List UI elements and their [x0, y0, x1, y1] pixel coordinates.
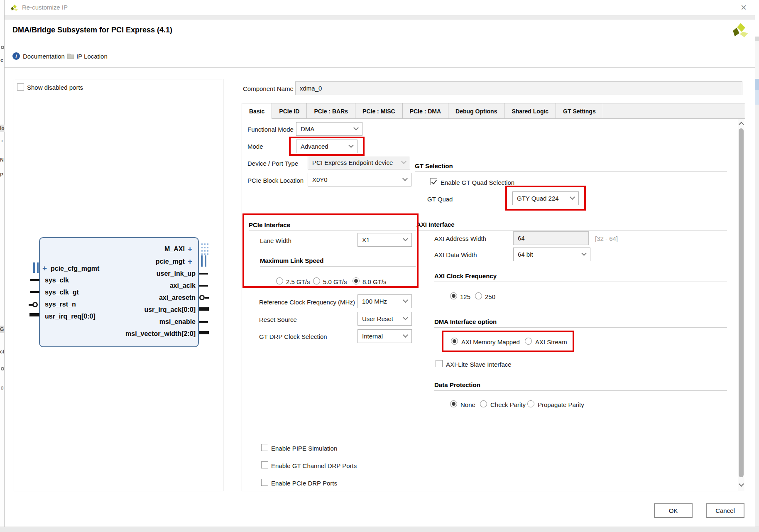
edge-fragment: c: [0, 57, 3, 63]
component-name-input[interactable]: xdma_0: [295, 81, 742, 95]
mode-label: Mode: [247, 143, 263, 150]
gt-drp-clock-dropdown[interactable]: Internal: [357, 329, 412, 343]
wire-pin-icon[interactable]: [30, 279, 39, 281]
tab-pcie-id[interactable]: PCIe ID: [272, 103, 307, 119]
wire-pin-icon[interactable]: [199, 273, 208, 275]
port-msi_vector_width[interactable]: msi_vector_width[2:0]: [125, 329, 196, 338]
active-low-pin-icon[interactable]: [199, 295, 205, 300]
gt-selection-heading: GT Selection: [415, 162, 453, 169]
configuration-panel: Basic PCIe ID PCIe : BARs PCIe : MISC PC…: [242, 103, 745, 491]
wire-pin-icon[interactable]: [199, 285, 208, 287]
close-icon[interactable]: ×: [741, 2, 747, 13]
interface-pin-icon[interactable]: [201, 255, 206, 267]
port-pcie_mgt[interactable]: pcie_mgt+: [156, 257, 192, 266]
ref-clock-label: Reference Clock Frequency (MHz): [259, 299, 355, 306]
port-usr_irq_req[interactable]: usr_irq_req[0:0]: [45, 312, 95, 321]
tab-pcie-dma[interactable]: PCIe : DMA: [403, 103, 448, 119]
axi-interface-heading: AXI Interface: [416, 221, 455, 228]
speed-5.0-label: 5.0 GT/s: [323, 278, 347, 286]
bus-pin-icon[interactable]: [29, 313, 39, 316]
clock-250-radio[interactable]: [475, 292, 482, 299]
cancel-button[interactable]: Cancel: [706, 503, 744, 518]
protection-none-radio[interactable]: [450, 400, 457, 407]
mode-dropdown[interactable]: Advanced: [296, 140, 357, 153]
enable-pipe-simulation-checkbox[interactable]: [261, 444, 268, 451]
speed-5.0-radio[interactable]: [313, 277, 320, 284]
chevron-down-icon: [401, 159, 406, 164]
reset-source-dropdown[interactable]: User Reset: [357, 312, 412, 326]
port-sys_clk[interactable]: sys_clk: [45, 276, 69, 285]
lane-width-dropdown[interactable]: X1: [357, 233, 412, 247]
background-right-strip: [755, 0, 759, 532]
lane-width-label: Lane Width: [260, 237, 291, 245]
functional-mode-dropdown[interactable]: DMA: [296, 122, 362, 136]
scrollbar-thumb[interactable]: [739, 128, 744, 477]
block-design-panel: Show disabled ports + pcie_cfg_mgmt sys_…: [14, 79, 223, 491]
check-parity-label: Check Parity: [490, 401, 526, 409]
ref-clock-dropdown[interactable]: 100 MHz: [357, 294, 412, 308]
page-title: DMA/Bridge Subsystem for PCI Express (4.…: [12, 26, 172, 34]
tab-debug-options[interactable]: Debug Options: [448, 103, 504, 119]
pcie-block-location-dropdown[interactable]: X0Y0: [308, 173, 411, 186]
gt-quad-dropdown[interactable]: GTY Quad 224: [512, 191, 579, 205]
enable-gt-quad-checkbox[interactable]: [430, 178, 437, 185]
tab-pcie-misc[interactable]: PCIe : MISC: [355, 103, 403, 119]
propagate-parity-radio[interactable]: [527, 400, 534, 407]
check-parity-radio[interactable]: [480, 400, 487, 407]
port-sys_clk_gt[interactable]: sys_clk_gt: [45, 288, 79, 297]
axi-lite-slave-label: AXI-Lite Slave Interface: [446, 361, 512, 368]
vertical-scrollbar[interactable]: [738, 119, 745, 491]
show-disabled-ports-checkbox[interactable]: [17, 83, 24, 91]
axi-data-width-dropdown[interactable]: 64 bit: [513, 248, 590, 261]
component-name-value: xdma_0: [300, 85, 322, 92]
axi-memory-mapped-radio[interactable]: [451, 338, 458, 345]
tab-shared-logic[interactable]: Shared Logic: [504, 103, 556, 119]
info-icon: i: [12, 52, 20, 60]
port-user_lnk_up[interactable]: user_lnk_up: [157, 269, 196, 278]
speed-8.0-label: 8.0 GT/s: [362, 278, 387, 286]
bus-pin-icon[interactable]: [199, 307, 209, 311]
tab-basic[interactable]: Basic: [242, 103, 272, 119]
axi-address-range-hint: [32 - 64]: [595, 235, 618, 243]
port-pcie_cfg_mgmt[interactable]: + pcie_cfg_mgmt: [42, 264, 99, 273]
section-rule: [434, 327, 727, 328]
tab-pcie-bars[interactable]: PCIe : BARs: [307, 103, 355, 119]
bus-pin-icon[interactable]: [199, 331, 209, 334]
expand-plus-icon[interactable]: +: [188, 245, 192, 254]
speed-2.5-radio[interactable]: [276, 277, 283, 284]
dialog-titlebar: Re-customize IP ×: [5, 0, 755, 15]
expand-plus-icon[interactable]: +: [188, 257, 192, 266]
scroll-up-icon[interactable]: [739, 122, 744, 127]
expand-plus-icon[interactable]: +: [42, 264, 47, 272]
edge-fragment: 0: [1, 385, 4, 391]
port-usr_irq_ack[interactable]: usr_irq_ack[0:0]: [144, 305, 196, 314]
clock-250-label: 250: [485, 293, 495, 301]
wire-pin-icon[interactable]: [205, 297, 209, 299]
axi-stream-radio[interactable]: [525, 338, 532, 345]
enable-gt-channel-drp-checkbox[interactable]: [261, 461, 268, 468]
clock-125-radio[interactable]: [450, 292, 457, 299]
ok-button[interactable]: OK: [654, 503, 693, 518]
port-axi_aresetn[interactable]: axi_aresetn: [159, 293, 196, 302]
wire-pin-icon[interactable]: [199, 321, 208, 323]
scroll-down-icon[interactable]: [739, 481, 744, 487]
active-low-pin-icon[interactable]: [32, 302, 38, 307]
tab-gt-settings[interactable]: GT Settings: [556, 103, 603, 119]
background-fragment: [755, 41, 759, 79]
chevron-down-icon: [403, 297, 408, 303]
enable-pcie-drp-checkbox[interactable]: [261, 479, 268, 486]
port-sys_rst_n[interactable]: sys_rst_n: [45, 300, 76, 309]
speed-8.0-radio[interactable]: [353, 277, 360, 284]
axi-lite-slave-checkbox[interactable]: [436, 360, 443, 367]
interface-pin-icon[interactable]: [33, 262, 39, 273]
unconnected-interface-pin-icon[interactable]: [201, 243, 209, 255]
port-M_AXI[interactable]: M_AXI+: [164, 245, 192, 254]
axi-address-width-label: AXI Address Width: [434, 235, 486, 243]
ip-location-link[interactable]: IP Location: [76, 53, 108, 60]
speed-2.5-label: 2.5 GT/s: [286, 278, 310, 286]
enable-gt-quad-label: Enable GT Quad Selection: [441, 179, 514, 186]
documentation-link[interactable]: Documentation: [23, 53, 65, 60]
port-axi_aclk[interactable]: axi_aclk: [170, 281, 196, 290]
wire-pin-icon[interactable]: [30, 291, 39, 293]
port-msi_enable[interactable]: msi_enable: [159, 317, 196, 326]
